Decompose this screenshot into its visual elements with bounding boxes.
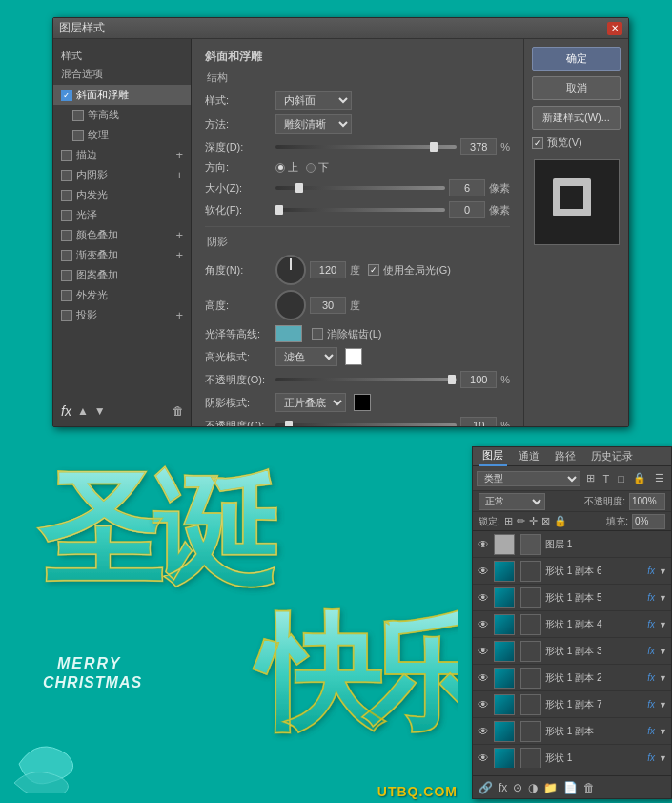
link-layers-icon[interactable]: 🔗 xyxy=(479,781,493,794)
soften-input[interactable] xyxy=(449,201,485,218)
size-slider-track[interactable] xyxy=(275,186,445,190)
layer-arrow-4[interactable]: ▼ xyxy=(659,647,667,656)
lock-position-icon[interactable]: ✛ xyxy=(529,515,538,527)
layer-type-filter[interactable]: 类型 xyxy=(477,471,580,486)
size-input[interactable] xyxy=(449,179,485,196)
layer-text-icon[interactable]: T xyxy=(601,471,613,486)
outer-glow-checkbox[interactable] xyxy=(61,290,72,301)
angle-input[interactable] xyxy=(310,261,346,278)
layer-item-8[interactable]: 👁 形状 1 fx ▼ xyxy=(473,745,671,768)
layer-arrow-3[interactable]: ▼ xyxy=(659,620,667,629)
group-layers-icon[interactable]: 📁 xyxy=(543,781,558,794)
color-overlay-plus-icon[interactable]: + xyxy=(175,228,183,242)
depth-slider-track[interactable] xyxy=(275,145,457,149)
anti-alias-checkbox[interactable] xyxy=(312,328,323,340)
opacity-slider-track[interactable] xyxy=(275,378,457,381)
fill-input[interactable] xyxy=(632,514,665,529)
drop-shadow-checkbox[interactable] xyxy=(61,310,72,321)
layer-eye-4[interactable]: 👁 xyxy=(477,645,490,658)
layer-more-icon[interactable]: ☰ xyxy=(652,470,667,486)
left-item-pattern-overlay[interactable]: 图案叠加 xyxy=(53,265,191,285)
left-item-contour[interactable]: 等高线 xyxy=(53,105,191,125)
inner-shadow-plus-icon[interactable]: + xyxy=(175,168,183,182)
direction-down-radio[interactable] xyxy=(306,163,316,173)
left-item-outer-glow[interactable]: 外发光 xyxy=(53,285,191,305)
layer-arrow-2[interactable]: ▼ xyxy=(659,593,667,603)
layer-eye-7[interactable]: 👁 xyxy=(477,725,490,738)
layer-eye-5[interactable]: 👁 xyxy=(477,671,490,685)
shadow-opacity-slider-track[interactable] xyxy=(275,423,457,426)
texture-checkbox[interactable] xyxy=(72,130,84,141)
opacity-input[interactable] xyxy=(629,493,665,510)
tab-history[interactable]: 历史记录 xyxy=(587,447,637,465)
layer-item-3[interactable]: 👁 形状 1 副本 4 fx ▼ xyxy=(473,611,671,638)
angle-dial[interactable] xyxy=(275,255,306,285)
direction-up-radio[interactable] xyxy=(275,163,285,173)
soften-slider-track[interactable] xyxy=(275,208,445,212)
lock-all-icon[interactable]: 🔒 xyxy=(554,515,567,527)
left-item-inner-glow[interactable]: 内发光 xyxy=(53,185,191,205)
pattern-overlay-checkbox[interactable] xyxy=(61,270,72,281)
depth-input[interactable] xyxy=(460,138,497,155)
inner-glow-checkbox[interactable] xyxy=(61,190,72,201)
opacity-slider-thumb[interactable] xyxy=(448,375,456,384)
lock-artboard-icon[interactable]: ⊠ xyxy=(541,515,550,527)
left-item-stroke[interactable]: 描边 + xyxy=(53,145,191,165)
left-item-gradient-overlay[interactable]: 渐变叠加 + xyxy=(53,245,191,265)
confirm-button[interactable]: 确定 xyxy=(532,47,621,71)
highlight-color-swatch[interactable] xyxy=(345,348,362,365)
left-item-drop-shadow[interactable]: 投影 + xyxy=(53,305,191,325)
preview-checkbox[interactable] xyxy=(532,137,543,149)
layer-item-5[interactable]: 👁 形状 1 副本 2 fx ▼ xyxy=(473,665,671,691)
global-light-checkbox[interactable] xyxy=(368,264,379,276)
layer-eye-1[interactable]: 👁 xyxy=(477,565,490,578)
layer-lock-icon[interactable]: 🔒 xyxy=(630,470,649,486)
layer-item-2[interactable]: 👁 形状 1 副本 5 fx ▼ xyxy=(473,585,671,611)
layer-arrow-7[interactable]: ▼ xyxy=(659,727,667,736)
style-select[interactable]: 内斜面 xyxy=(275,91,352,110)
soften-slider-thumb[interactable] xyxy=(275,205,283,215)
layer-item-4[interactable]: 👁 形状 1 副本 3 fx ▼ xyxy=(473,638,671,665)
new-layer-icon[interactable]: 📄 xyxy=(563,781,578,794)
layer-eye-0[interactable]: 👁 xyxy=(477,538,490,551)
direction-down-item[interactable]: 下 xyxy=(306,160,329,175)
stroke-checkbox[interactable] xyxy=(61,150,72,161)
tab-layers[interactable]: 图层 xyxy=(479,446,507,466)
shadow-mode-select[interactable]: 正片叠底 xyxy=(275,393,346,412)
direction-up-item[interactable]: 上 xyxy=(275,160,298,175)
altitude-input[interactable] xyxy=(310,297,346,314)
adjustment-layer-icon[interactable]: ◑ xyxy=(528,781,538,794)
layer-eye-3[interactable]: 👁 xyxy=(477,618,490,631)
layer-eye-2[interactable]: 👁 xyxy=(477,591,490,605)
shadow-color-swatch[interactable] xyxy=(354,394,371,411)
lock-transparent-icon[interactable]: ⊞ xyxy=(504,515,513,527)
lock-image-icon[interactable]: ✏ xyxy=(517,515,525,527)
layer-item-7[interactable]: 👁 形状 1 副本 fx ▼ xyxy=(473,718,671,745)
layer-style-icon[interactable]: fx xyxy=(499,781,507,794)
bevel-checkbox[interactable] xyxy=(61,90,72,101)
blend-mode-select[interactable]: 正常 xyxy=(479,493,545,510)
left-item-color-overlay[interactable]: 颜色叠加 + xyxy=(53,225,191,245)
delete-layer-icon[interactable]: 🗑 xyxy=(583,781,595,794)
shadow-opacity-input[interactable] xyxy=(460,417,497,426)
method-select[interactable]: 雕刻清晰 xyxy=(275,114,352,134)
tab-channels[interactable]: 通道 xyxy=(515,447,543,465)
layer-arrow-6[interactable]: ▼ xyxy=(659,700,667,710)
left-item-bevel[interactable]: 斜面和浮雕 xyxy=(53,85,191,105)
left-down-icon[interactable]: ▼ xyxy=(94,404,106,418)
altitude-dial[interactable] xyxy=(275,290,306,320)
satin-checkbox[interactable] xyxy=(61,210,72,221)
contour-checkbox[interactable] xyxy=(72,110,84,121)
gradient-overlay-plus-icon[interactable]: + xyxy=(175,248,183,262)
drop-shadow-plus-icon[interactable]: + xyxy=(175,308,183,322)
opacity-input[interactable] xyxy=(460,371,497,388)
shadow-opacity-slider-thumb[interactable] xyxy=(285,421,293,426)
stroke-plus-icon[interactable]: + xyxy=(175,148,183,162)
layer-shape-icon[interactable]: □ xyxy=(615,471,627,486)
layer-eye-8[interactable]: 👁 xyxy=(477,752,490,765)
gradient-overlay-checkbox[interactable] xyxy=(61,250,72,261)
inner-shadow-checkbox[interactable] xyxy=(61,170,72,181)
layer-arrow-1[interactable]: ▼ xyxy=(659,566,667,576)
left-item-inner-shadow[interactable]: 内阴影 + xyxy=(53,165,191,185)
highlight-mode-select[interactable]: 滤色 xyxy=(275,347,337,366)
